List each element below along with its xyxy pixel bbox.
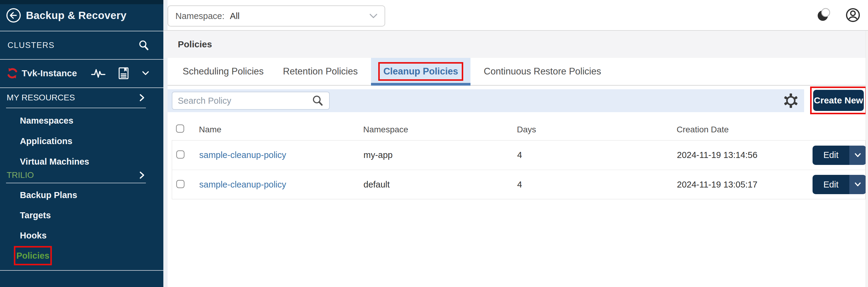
back-arrow-icon: [6, 7, 22, 23]
namespace-value: All: [230, 11, 240, 21]
policy-name-link[interactable]: sample-cleanup-policy: [196, 150, 361, 160]
policy-name-link[interactable]: sample-cleanup-policy: [196, 180, 361, 190]
policy-namespace: default: [361, 180, 514, 190]
search-icon: [138, 39, 150, 51]
instance-expand-button[interactable]: [142, 70, 150, 76]
search-box: [172, 92, 330, 110]
sidebar-item-virtual-machines[interactable]: Virtual Machines: [20, 157, 89, 167]
moon-icon: [816, 7, 831, 23]
column-header-creation-date: Creation Date: [674, 125, 812, 134]
annotation-box-create-new: Create New: [810, 87, 867, 114]
sidebar-header: Backup & Recovery: [0, 0, 163, 31]
table-settings-button[interactable]: [782, 92, 799, 109]
chevron-down-icon: [370, 13, 377, 19]
table-body: sample-cleanup-policy my-app 4 2024-11-1…: [172, 140, 866, 199]
column-header-name: Name: [196, 125, 360, 134]
tab-scheduling-policies[interactable]: Scheduling Policies: [177, 58, 270, 85]
trilio-logo-icon: [7, 67, 18, 79]
tab-cleanup-policies[interactable]: Cleanup Policies: [371, 58, 470, 85]
sidebar-item-targets[interactable]: Targets: [20, 211, 51, 220]
chevron-down-icon: [854, 182, 861, 187]
instance-license-button[interactable]: [118, 67, 129, 79]
row-checkbox[interactable]: [176, 180, 184, 188]
column-header-namespace: Namespace: [360, 125, 514, 134]
my-resources-label: MY RESOURCES: [7, 93, 75, 102]
table-header-row: Name Namespace Days Creation Date: [172, 119, 866, 140]
select-all-checkbox[interactable]: [176, 125, 184, 133]
vertical-scrollbar[interactable]: [866, 31, 868, 287]
sidebar-item-namespaces[interactable]: Namespaces: [20, 116, 73, 126]
trilio-label: TRILIO: [7, 170, 34, 180]
namespace-select[interactable]: Namespace: All: [167, 5, 385, 27]
policy-days: 4: [514, 180, 674, 190]
main-content: Namespace: All: [163, 0, 868, 287]
table-row: sample-cleanup-policy my-app 4 2024-11-1…: [172, 140, 865, 170]
policy-days: 4: [514, 150, 674, 160]
app-window: Backup & Recovery CLUSTERS Tvk: [0, 0, 868, 287]
edit-button[interactable]: Edit: [812, 175, 849, 194]
table-row: sample-cleanup-policy default 4 2024-11-…: [172, 170, 865, 199]
chevron-right-icon: [138, 94, 145, 102]
page-header: Policies: [163, 31, 866, 58]
license-book-icon: [118, 67, 129, 79]
annotation-box-policies: Policies: [14, 246, 52, 265]
policies-table: Name Namespace Days Creation Date sample…: [172, 119, 866, 199]
cluster-search-button[interactable]: [138, 39, 150, 51]
sidebar-section-my-resources[interactable]: MY RESOURCES: [0, 88, 163, 107]
gear-icon: [782, 92, 799, 109]
edit-dropdown-button[interactable]: [849, 175, 866, 194]
divider: [6, 108, 146, 108]
app-title: Backup & Recovery: [26, 9, 127, 22]
dark-mode-toggle[interactable]: [816, 7, 831, 23]
clusters-label: CLUSTERS: [7, 41, 55, 50]
sidebar-item-backup-plans[interactable]: Backup Plans: [20, 190, 77, 200]
back-button[interactable]: [6, 7, 22, 23]
search-input[interactable]: [178, 96, 312, 106]
edit-split-button: Edit: [812, 146, 866, 165]
instance-monitor-button[interactable]: [91, 68, 105, 79]
instance-name: Tvk-Instance: [22, 68, 77, 78]
sidebar-item-hooks[interactable]: Hooks: [20, 231, 47, 241]
policy-creation-date: 2024-11-19 13:05:17: [674, 180, 812, 190]
sidebar-item-policies[interactable]: Policies: [16, 251, 50, 261]
annotation-box-cleanup-tab: Cleanup Policies: [378, 62, 463, 81]
tab-retention-policies[interactable]: Retention Policies: [277, 58, 364, 85]
create-new-button[interactable]: Create New: [813, 90, 864, 111]
page-title: Policies: [178, 39, 212, 50]
chevron-down-icon: [854, 153, 861, 158]
user-account-icon: [845, 7, 861, 23]
divider: [163, 30, 868, 31]
clusters-header: CLUSTERS: [0, 31, 163, 59]
search-icon: [312, 95, 324, 107]
edit-split-button: Edit: [812, 175, 866, 194]
divider: [0, 270, 163, 271]
policy-namespace: my-app: [361, 150, 514, 160]
cluster-instance-row[interactable]: Tvk-Instance: [0, 60, 163, 87]
sidebar-item-applications[interactable]: Applications: [20, 136, 72, 146]
account-button[interactable]: [845, 7, 861, 23]
row-checkbox[interactable]: [176, 151, 184, 159]
chevron-down-icon: [142, 70, 150, 76]
policy-creation-date: 2024-11-19 13:14:56: [674, 150, 812, 160]
column-header-days: Days: [514, 125, 674, 134]
divider: [6, 183, 146, 183]
tab-bar: Scheduling Policies Retention Policies C…: [167, 58, 866, 86]
sidebar: Backup & Recovery CLUSTERS Tvk: [0, 0, 163, 287]
edit-button[interactable]: Edit: [812, 146, 849, 165]
sidebar-section-trilio[interactable]: TRILIO: [0, 168, 163, 183]
edit-dropdown-button[interactable]: [849, 146, 866, 165]
chevron-right-icon: [138, 171, 145, 179]
pulse-icon: [91, 68, 105, 79]
tab-continuous-restore-policies[interactable]: Continuous Restore Policies: [478, 58, 607, 85]
namespace-label: Namespace:: [176, 11, 224, 21]
toolbar: Create New: [167, 89, 868, 112]
